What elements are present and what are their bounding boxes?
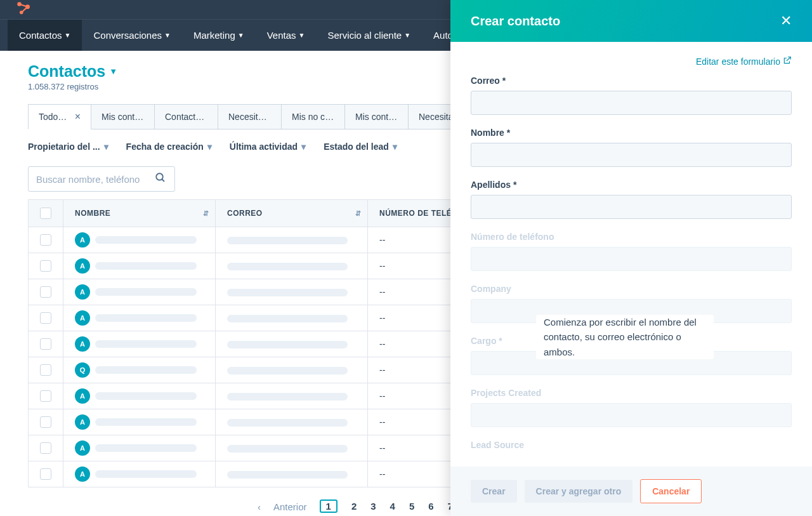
- label-company: Company: [471, 284, 792, 294]
- email-placeholder: [227, 445, 348, 453]
- page-1[interactable]: 1: [320, 499, 337, 513]
- row-checkbox[interactable]: [40, 364, 51, 376]
- filter-fecha[interactable]: Fecha de creación▾: [126, 142, 212, 152]
- nav-ventas[interactable]: Ventas▼: [256, 20, 317, 51]
- email-placeholder: [227, 341, 348, 348]
- svg-point-5: [156, 173, 163, 180]
- chevron-down-icon: ▼: [164, 32, 171, 39]
- create-contact-panel: Crear contacto ✕ Editar este formulario …: [450, 0, 812, 516]
- row-checkbox[interactable]: [40, 234, 51, 246]
- name-placeholder: [95, 314, 197, 322]
- nav-contactos[interactable]: Contactos▼: [8, 20, 82, 51]
- row-checkbox[interactable]: [40, 442, 51, 454]
- name-placeholder: [95, 470, 197, 478]
- tab-todos[interactable]: Todos l...×: [28, 104, 91, 129]
- name-placeholder: [95, 418, 197, 426]
- chevron-down-icon: ▾: [301, 142, 306, 152]
- crear-otro-button: Crear y agregar otro: [525, 480, 633, 503]
- input-apellidos[interactable]: [471, 195, 792, 219]
- nav-servicio[interactable]: Servicio al cliente▼: [316, 20, 422, 51]
- chevron-down-icon: ▾: [104, 142, 108, 152]
- avatar: A: [75, 440, 90, 456]
- email-placeholder: [227, 237, 348, 244]
- page-3[interactable]: 3: [370, 501, 376, 512]
- chevron-down-icon: ▾: [393, 142, 397, 152]
- close-icon[interactable]: ×: [75, 111, 81, 122]
- chevron-down-icon: ▼: [238, 32, 244, 39]
- col-nombre[interactable]: NOMBRE⇵: [63, 200, 216, 227]
- chevron-down-icon: ▼: [109, 67, 117, 76]
- tab-4[interactable]: Mis no co...: [282, 104, 345, 129]
- email-placeholder: [227, 289, 348, 296]
- avatar: A: [75, 232, 90, 248]
- name-placeholder: [95, 340, 197, 348]
- edit-form-link[interactable]: Editar este formulario: [471, 56, 792, 67]
- nav-conversaciones[interactable]: Conversaciones▼: [82, 20, 181, 51]
- avatar: A: [75, 310, 90, 326]
- input-telefono: [471, 247, 792, 271]
- search-input[interactable]: [28, 166, 175, 192]
- helper-tooltip: Comienza por escribir el nombre del cont…: [536, 315, 714, 359]
- email-placeholder: [227, 471, 348, 479]
- sort-icon[interactable]: ⇵: [355, 209, 362, 218]
- tab-3[interactable]: Necesita ...: [218, 104, 282, 129]
- avatar: A: [75, 258, 90, 274]
- cancelar-button[interactable]: Cancelar: [640, 479, 702, 503]
- name-placeholder: [95, 392, 197, 400]
- svg-line-4: [22, 7, 28, 13]
- avatar: Q: [75, 362, 90, 378]
- label-projects: Projects Created: [471, 388, 792, 398]
- label-apellidos: Apellidos *: [471, 180, 792, 190]
- row-checkbox[interactable]: [40, 390, 51, 402]
- name-placeholder: [95, 288, 197, 296]
- row-checkbox[interactable]: [40, 260, 51, 272]
- tab-1[interactable]: Mis conta...: [91, 104, 155, 129]
- page-2[interactable]: 2: [351, 501, 357, 512]
- chevron-down-icon: ▼: [299, 32, 305, 39]
- nav-marketing[interactable]: Marketing▼: [182, 20, 256, 51]
- input-nombre[interactable]: [471, 143, 792, 167]
- name-placeholder: [95, 236, 197, 244]
- avatar: A: [75, 414, 90, 430]
- label-lead-source: Lead Source: [471, 440, 792, 450]
- crear-button: Crear: [471, 480, 517, 503]
- filter-propietario[interactable]: Propietario del ...▾: [28, 142, 108, 152]
- tab-5[interactable]: Mis conta...: [345, 104, 409, 129]
- page-6[interactable]: 6: [428, 501, 433, 512]
- input-correo[interactable]: [471, 91, 792, 115]
- row-checkbox[interactable]: [40, 338, 51, 350]
- row-checkbox[interactable]: [40, 286, 51, 298]
- page-5[interactable]: 5: [409, 501, 414, 512]
- email-placeholder: [227, 419, 348, 427]
- svg-line-6: [162, 179, 164, 182]
- close-panel-button[interactable]: ✕: [780, 13, 792, 29]
- page-4[interactable]: 4: [390, 501, 395, 512]
- row-checkbox[interactable]: [40, 312, 51, 324]
- chevron-down-icon: ▾: [207, 142, 212, 152]
- name-placeholder: [95, 262, 197, 270]
- select-all-checkbox[interactable]: [40, 208, 51, 219]
- email-placeholder: [227, 315, 348, 322]
- page-prev[interactable]: Anterior: [273, 501, 307, 512]
- page-prev-arrow[interactable]: ‹: [258, 501, 261, 512]
- label-telefono: Número de teléfono: [471, 232, 792, 242]
- name-placeholder: [95, 366, 197, 374]
- tab-2[interactable]: Contacto...: [155, 104, 218, 129]
- avatar: A: [75, 388, 90, 404]
- page-title[interactable]: Contactos▼: [28, 62, 117, 81]
- label-correo: Correo *: [471, 76, 792, 86]
- row-checkbox[interactable]: [40, 416, 51, 428]
- hubspot-logo-icon: [15, 0, 32, 19]
- label-nombre: Nombre *: [471, 128, 792, 138]
- filter-actividad[interactable]: Última actividad▾: [230, 142, 306, 152]
- avatar: A: [75, 336, 90, 352]
- search-icon[interactable]: [155, 172, 166, 186]
- filter-estado[interactable]: Estado del lead▾: [324, 142, 397, 152]
- col-correo[interactable]: CORREO⇵: [216, 200, 368, 227]
- panel-title: Crear contacto: [471, 14, 560, 29]
- email-placeholder: [227, 367, 348, 374]
- external-link-icon: [783, 56, 792, 67]
- chevron-down-icon: ▼: [404, 32, 410, 39]
- row-checkbox[interactable]: [40, 468, 51, 480]
- sort-icon[interactable]: ⇵: [203, 209, 209, 218]
